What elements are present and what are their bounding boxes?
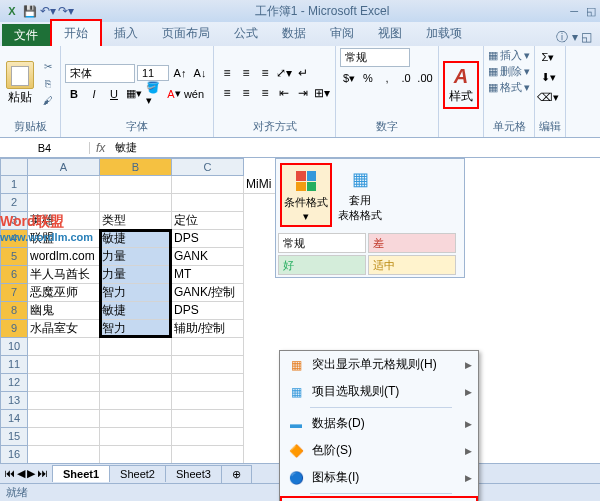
row-header[interactable]: 12 — [0, 374, 28, 392]
font-name-select[interactable]: 宋体 — [65, 64, 135, 83]
font-size-select[interactable]: 11 — [137, 65, 169, 81]
number-format-select[interactable]: 常规 — [340, 48, 410, 67]
undo-icon[interactable]: ↶▾ — [40, 3, 56, 19]
border-button[interactable]: ▦▾ — [125, 85, 143, 103]
new-rule-item[interactable]: ⊞ 新建规则(N)... — [280, 496, 478, 501]
style-normal[interactable]: 常规 — [278, 233, 366, 253]
cell[interactable] — [100, 374, 172, 392]
row-header[interactable]: 14 — [0, 410, 28, 428]
cell[interactable] — [28, 194, 100, 212]
styles-button[interactable]: A 样式 — [443, 61, 479, 109]
cell[interactable] — [28, 356, 100, 374]
fill-icon[interactable]: ⬇▾ — [539, 68, 557, 86]
percent-icon[interactable]: % — [359, 69, 377, 87]
cell[interactable] — [28, 338, 100, 356]
currency-icon[interactable]: $▾ — [340, 69, 358, 87]
cell[interactable] — [100, 356, 172, 374]
cell[interactable] — [100, 410, 172, 428]
cell[interactable] — [28, 428, 100, 446]
cell[interactable]: 恶魔巫师 — [28, 284, 100, 302]
cell[interactable] — [172, 392, 244, 410]
insert-cells-button[interactable]: ▦插入▾ — [488, 48, 530, 63]
fill-color-button[interactable]: 🪣▾ — [145, 85, 163, 103]
highlight-rules-item[interactable]: ▦ 突出显示单元格规则(H)▶ — [280, 351, 478, 378]
cell[interactable]: 辅助/控制 — [172, 320, 244, 338]
cell[interactable]: 智力 — [100, 284, 172, 302]
row-header[interactable]: 13 — [0, 392, 28, 410]
row-header[interactable]: 10 — [0, 338, 28, 356]
view-tab[interactable]: 视图 — [366, 21, 414, 46]
format-cells-button[interactable]: ▦格式▾ — [488, 80, 530, 95]
conditional-formatting-button[interactable]: 条件格式▾ — [280, 163, 332, 227]
align-right-icon[interactable]: ≡ — [256, 84, 274, 102]
row-header[interactable]: 7 — [0, 284, 28, 302]
cell[interactable] — [28, 392, 100, 410]
font-color-button[interactable]: A▾ — [165, 85, 183, 103]
row-header[interactable]: 9 — [0, 320, 28, 338]
increase-indent-icon[interactable]: ⇥ — [294, 84, 312, 102]
save-icon[interactable]: 💾 — [22, 3, 38, 19]
formulas-tab[interactable]: 公式 — [222, 21, 270, 46]
cell[interactable]: 力量 — [100, 266, 172, 284]
cell[interactable]: wordlm.com — [28, 248, 100, 266]
align-left-icon[interactable]: ≡ — [218, 84, 236, 102]
addins-tab[interactable]: 加载项 — [414, 21, 474, 46]
col-header-c[interactable]: C — [172, 158, 244, 176]
first-sheet-icon[interactable]: ⏮ — [4, 467, 15, 480]
cell[interactable]: 定位 — [172, 212, 244, 230]
merge-icon[interactable]: ⊞▾ — [313, 84, 331, 102]
cell[interactable]: 幽鬼 — [28, 302, 100, 320]
home-tab[interactable]: 开始 — [50, 19, 102, 46]
cell[interactable] — [172, 176, 244, 194]
cell[interactable] — [172, 446, 244, 464]
top-bottom-rules-item[interactable]: ▦ 项目选取规则(T)▶ — [280, 378, 478, 405]
copy-icon[interactable]: ⎘ — [40, 75, 56, 91]
restore-icon[interactable]: ◱ — [586, 5, 596, 18]
phonetic-button[interactable]: wén — [185, 85, 203, 103]
row-header[interactable]: 15 — [0, 428, 28, 446]
format-painter-icon[interactable]: 🖌 — [40, 92, 56, 108]
row-header[interactable]: 5 — [0, 248, 28, 266]
cell[interactable] — [28, 410, 100, 428]
cell[interactable] — [28, 176, 100, 194]
prev-sheet-icon[interactable]: ◀ — [17, 467, 25, 480]
cell[interactable] — [100, 428, 172, 446]
formula-input[interactable]: 敏捷 — [111, 140, 141, 155]
cell[interactable]: DPS — [172, 230, 244, 248]
decrease-indent-icon[interactable]: ⇤ — [275, 84, 293, 102]
comma-icon[interactable]: , — [378, 69, 396, 87]
bold-button[interactable]: B — [65, 85, 83, 103]
cell[interactable] — [100, 194, 172, 212]
row-header[interactable]: 1 — [0, 176, 28, 194]
align-middle-icon[interactable]: ≡ — [237, 64, 255, 82]
cell[interactable]: DPS — [172, 302, 244, 320]
cell[interactable]: 力量 — [100, 248, 172, 266]
align-bottom-icon[interactable]: ≡ — [256, 64, 274, 82]
layout-tab[interactable]: 页面布局 — [150, 21, 222, 46]
col-header-a[interactable]: A — [28, 158, 100, 176]
italic-button[interactable]: I — [85, 85, 103, 103]
cell[interactable]: 敏捷 — [100, 230, 172, 248]
grow-font-icon[interactable]: A↑ — [171, 64, 189, 82]
cell[interactable] — [172, 410, 244, 428]
insert-tab[interactable]: 插入 — [102, 21, 150, 46]
cell[interactable] — [100, 446, 172, 464]
select-all-corner[interactable] — [0, 158, 28, 176]
next-sheet-icon[interactable]: ▶ — [27, 467, 35, 480]
help-icon[interactable]: ⓘ ▾ ◱ — [556, 29, 592, 46]
cell[interactable]: GANK/控制 — [172, 284, 244, 302]
review-tab[interactable]: 审阅 — [318, 21, 366, 46]
orientation-icon[interactable]: ⤢▾ — [275, 64, 293, 82]
data-bars-item[interactable]: ▬ 数据条(D)▶ — [280, 410, 478, 437]
cell[interactable]: 敏捷 — [100, 302, 172, 320]
align-top-icon[interactable]: ≡ — [218, 64, 236, 82]
icon-sets-item[interactable]: 🔵 图标集(I)▶ — [280, 464, 478, 491]
minimize-icon[interactable]: ─ — [570, 5, 578, 18]
clear-icon[interactable]: ⌫▾ — [539, 88, 557, 106]
color-scales-item[interactable]: 🔶 色阶(S)▶ — [280, 437, 478, 464]
style-neutral[interactable]: 适中 — [368, 255, 456, 275]
cell[interactable] — [172, 428, 244, 446]
cell[interactable]: 水晶室女 — [28, 320, 100, 338]
sheet2-tab[interactable]: Sheet2 — [109, 465, 166, 482]
cell[interactable] — [28, 374, 100, 392]
